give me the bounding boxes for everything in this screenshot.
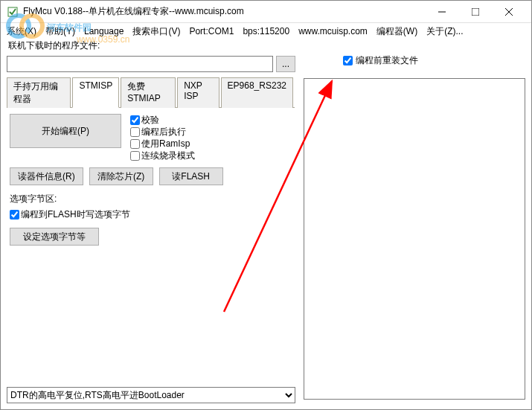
menu-system[interactable]: 系统(X) bbox=[7, 25, 36, 38]
check-ramisp[interactable]: 使用RamIsp bbox=[130, 138, 195, 150]
program-options: 校验 编程后执行 使用RamIsp 连续烧录模式 bbox=[130, 114, 195, 161]
tab-content-stmisp: 开始编程(P) 校验 编程后执行 使用RamIsp 连续烧录模式 读器件信息(R… bbox=[7, 108, 295, 252]
menu-site[interactable]: www.mcuisp.com bbox=[298, 26, 368, 36]
menu-programmer[interactable]: 编程器(W) bbox=[376, 25, 417, 38]
option-area-label: 选项字节区: bbox=[10, 193, 292, 205]
set-option-bytes-button[interactable]: 设定选项字节等 bbox=[10, 228, 99, 246]
menu-language[interactable]: Language bbox=[84, 26, 124, 36]
tab-ep968[interactable]: EP968_RS232 bbox=[221, 77, 293, 108]
menu-bps[interactable]: bps:115200 bbox=[243, 26, 289, 36]
window-title: FlyMcu V0.188--单片机在线编程专家--www.mcuisp.com bbox=[23, 5, 425, 18]
menu-port[interactable]: Port:COM1 bbox=[189, 26, 234, 36]
right-pane bbox=[301, 75, 531, 409]
menu-help[interactable]: 帮助(Y) bbox=[45, 25, 75, 38]
file-label: 联机下载时的程序文件: bbox=[1, 39, 531, 53]
title-bar: FlyMcu V0.188--单片机在线编程专家--www.mcuisp.com bbox=[1, 1, 531, 23]
file-path-input[interactable] bbox=[7, 56, 273, 72]
log-output[interactable] bbox=[304, 78, 525, 400]
read-flash-button[interactable]: 读FLASH bbox=[159, 167, 223, 185]
close-button[interactable] bbox=[492, 1, 525, 22]
window-controls bbox=[425, 1, 525, 22]
maximize-button[interactable] bbox=[458, 1, 492, 22]
check-continuous[interactable]: 连续烧录模式 bbox=[130, 150, 195, 161]
minimize-button[interactable] bbox=[425, 1, 458, 22]
menu-bar: 系统(X) 帮助(Y) Language 搜索串口(V) Port:COM1 b… bbox=[1, 23, 531, 39]
reload-label: 编程前重装文件 bbox=[356, 54, 418, 67]
tab-stmiap[interactable]: 免费STMIAP bbox=[121, 77, 176, 108]
main-area: 手持万用编程器 STMISP 免费STMIAP NXP ISP EP968_RS… bbox=[1, 75, 531, 409]
check-run-after[interactable]: 编程后执行 bbox=[130, 126, 195, 138]
check-verify[interactable]: 校验 bbox=[130, 114, 195, 126]
tab-nxpisp[interactable]: NXP ISP bbox=[177, 77, 219, 108]
app-icon bbox=[7, 6, 19, 18]
option-bytes-section: 选项字节区: 编程到FLASH时写选项字节 设定选项字节等 bbox=[10, 193, 292, 246]
browse-button[interactable]: ... bbox=[276, 56, 295, 72]
reload-before-program-check[interactable]: 编程前重装文件 bbox=[343, 54, 418, 67]
reset-mode-select[interactable]: DTR的高电平复位,RTS高电平进BootLoader bbox=[7, 387, 295, 403]
reload-checkbox[interactable] bbox=[343, 56, 353, 65]
start-program-button[interactable]: 开始编程(P) bbox=[10, 114, 121, 148]
svg-rect-2 bbox=[472, 8, 479, 16]
left-pane: 手持万用编程器 STMISP 免费STMIAP NXP ISP EP968_RS… bbox=[1, 75, 301, 409]
read-device-info-button[interactable]: 读器件信息(R) bbox=[10, 167, 83, 185]
menu-about[interactable]: 关于(Z)... bbox=[426, 25, 463, 38]
file-row: ... bbox=[1, 53, 531, 75]
check-write-option-bytes[interactable]: 编程到FLASH时写选项字节 bbox=[10, 208, 292, 220]
menu-search-port[interactable]: 搜索串口(V) bbox=[132, 25, 180, 38]
tabs: 手持万用编程器 STMISP 免费STMIAP NXP ISP EP968_RS… bbox=[7, 77, 295, 108]
erase-chip-button[interactable]: 清除芯片(Z) bbox=[89, 167, 153, 185]
tab-handheld[interactable]: 手持万用编程器 bbox=[7, 77, 71, 108]
tab-stmisp[interactable]: STMISP bbox=[72, 77, 119, 108]
